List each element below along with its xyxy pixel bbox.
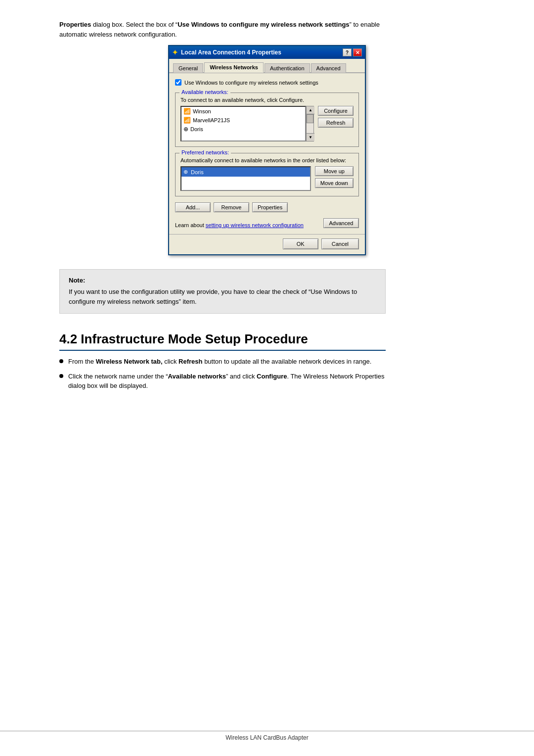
learn-text: Learn about setting up wireless network … [175,222,304,228]
configure-button[interactable]: Configure [318,106,354,116]
bullet-2-text1: Click the network name under the “ [68,373,168,380]
network-list-area: 📶 Winson 📶 MarvellAP21JS ⊕ Doris [180,106,354,142]
tab-general[interactable]: General [173,63,203,73]
preferred-networks-label: Preferred networks: [179,149,231,155]
preferred-item-doris[interactable]: ⊕ Doris [181,167,310,177]
note-title: Note: [69,277,376,284]
add-button[interactable]: Add... [175,202,211,212]
bullet-2-bold1: Available networks [168,373,226,380]
intro-text: Properties dialog box. Select the box of… [59,20,386,39]
network-name-winson: Winson [193,108,211,114]
ok-cancel-row: OK Cancel [169,234,365,254]
move-up-button[interactable]: Move up [315,166,354,176]
network-list-with-scroll: 📶 Winson 📶 MarvellAP21JS ⊕ Doris [180,106,314,142]
dialog-body: Use Windows to configure my wireless net… [169,73,365,234]
network-item-winson[interactable]: 📶 Winson [181,107,305,116]
bullet-2-text2: ” and click [226,373,257,380]
bullet-2-text: Click the network name under the “Availa… [68,372,386,391]
intro-bold1: Properties [59,21,91,28]
available-side-buttons: Configure Refresh [318,106,354,128]
network-icon-winson: 📶 [183,108,191,115]
help-button[interactable]: ? [343,48,352,56]
properties-button[interactable]: Properties [252,202,288,212]
remove-button[interactable]: Remove [214,202,249,212]
preferred-name-doris: Doris [191,169,204,175]
bullet-1-bold1: Wireless Network tab, [96,358,163,365]
move-down-button[interactable]: Move down [315,178,354,188]
page-footer: Wireless LAN CardBus Adapter [0,731,534,741]
use-windows-checkbox-row: Use Windows to configure my wireless net… [175,79,359,86]
dialog-title-text: Local Area Connection 4 Properties [181,49,281,56]
bullet-dot-1 [59,359,63,363]
tab-advanced[interactable]: Advanced [311,63,346,73]
preferred-networks-desc: Automatically connect to available netwo… [180,157,354,163]
advanced-button[interactable]: Advanced [323,218,359,228]
section-heading: 4.2 Infrastructure Mode Setup Procedure [59,331,386,351]
available-networks-listbox[interactable]: 📶 Winson 📶 MarvellAP21JS ⊕ Doris [180,106,306,142]
available-scrollbar[interactable]: ▲ ▼ [306,106,314,142]
preferred-listbox[interactable]: ⊕ Doris [180,166,311,191]
refresh-button[interactable]: Refresh [318,118,354,128]
learn-row: Learn about setting up wireless network … [175,218,359,228]
note-box: Note: If you want to use the configurati… [59,269,386,314]
preferred-networks-group: Preferred networks: Automatically connec… [175,153,359,196]
bullet-1-text1: From the [68,358,96,365]
bullet-list: From the Wireless Network tab, click Ref… [59,357,386,391]
ok-button[interactable]: OK [283,238,318,249]
footer-label: Wireless LAN CardBus Adapter [225,734,308,741]
tab-authentication[interactable]: Authentication [265,63,310,73]
network-name-doris: Doris [190,126,203,132]
scroll-track [307,114,313,133]
note-text: If you want to use the configuration uti… [69,287,376,306]
bullet-1-text2: click [163,358,179,365]
network-icon-doris: ⊕ [183,126,188,133]
dialog-tabs: General Wireless Networks Authentication… [169,59,365,73]
network-item-doris[interactable]: ⊕ Doris [181,125,305,134]
preferred-icon-doris: ⊕ [183,169,188,175]
dialog-titlebar: ✦ Local Area Connection 4 Properties ? ✕ [169,46,365,59]
dialog-controls: ? ✕ [343,48,362,56]
scroll-thumb[interactable] [307,114,313,123]
network-icon-marvell: 📶 [183,117,191,124]
use-windows-checkbox[interactable] [175,79,181,86]
intro-bold3: Use Windows to configure my wireless net… [178,21,349,28]
dialog-title: ✦ Local Area Connection 4 Properties [172,48,281,56]
available-networks-label: Available networks: [179,89,230,95]
close-button[interactable]: ✕ [353,48,362,56]
bullet-2-bold2: Configure [257,373,287,380]
network-item-marvell[interactable]: 📶 MarvellAP21JS [181,116,305,125]
network-name-marvell: MarvellAP21JS [193,117,230,123]
dialog-wrapper: ✦ Local Area Connection 4 Properties ? ✕… [59,45,475,255]
bottom-btn-row: Add... Remove Properties [175,202,359,212]
properties-dialog: ✦ Local Area Connection 4 Properties ? ✕… [168,45,366,255]
available-networks-group: Available networks: To connect to an ava… [175,93,359,147]
intro-span2: dialog box. Select the box of “ [91,21,178,28]
preferred-area: ⊕ Doris Move up Move down [180,166,354,191]
use-windows-label: Use Windows to configure my wireless net… [184,80,318,86]
scroll-down-arrow[interactable]: ▼ [307,133,314,141]
bullet-dot-2 [59,374,63,378]
scroll-up-arrow[interactable]: ▲ [307,106,314,114]
tab-wireless-networks[interactable]: Wireless Networks [204,62,264,73]
available-networks-desc: To connect to an available network, clic… [180,97,354,103]
learn-link[interactable]: setting up wireless network configuratio… [206,222,304,228]
bullet-1-text3: button to update all the available netwo… [203,358,372,365]
preferred-side-buttons: Move up Move down [315,166,354,188]
bullet-1-text: From the Wireless Network tab, click Ref… [68,357,371,367]
bullet-item-2: Click the network name under the “Availa… [59,372,386,391]
learn-text-prefix: Learn about [175,222,206,228]
bullet-1-bold2: Refresh [178,358,202,365]
bullet-item-1: From the Wireless Network tab, click Ref… [59,357,386,367]
dialog-title-icon: ✦ [172,48,178,56]
cancel-button[interactable]: Cancel [321,238,359,249]
